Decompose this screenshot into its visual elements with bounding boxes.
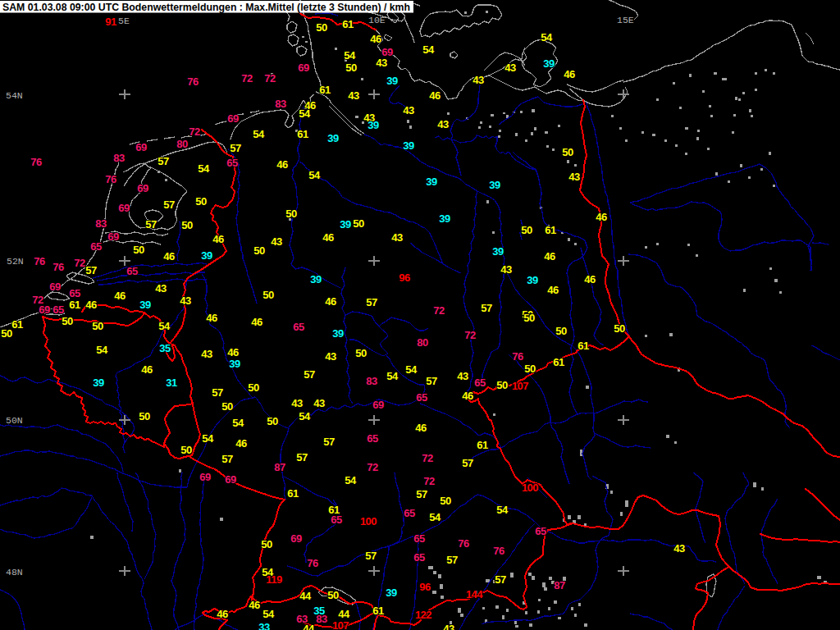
svg-text:50: 50 [353,217,364,230]
svg-text:65: 65 [413,532,425,545]
svg-text:54: 54 [429,511,441,523]
svg-text:57: 57 [158,155,169,167]
svg-text:50: 50 [285,208,297,220]
svg-text:44: 44 [303,623,315,630]
svg-text:39: 39 [527,274,538,286]
svg-text:91: 91 [105,16,116,28]
svg-text:31: 31 [166,377,177,389]
svg-text:39: 39 [201,249,212,262]
svg-text:83: 83 [95,217,107,230]
svg-text:69: 69 [137,182,148,194]
svg-text:122: 122 [415,609,431,621]
svg-text:46: 46 [544,250,555,262]
svg-text:46: 46 [251,316,262,328]
svg-text:144: 144 [466,588,483,600]
svg-text:76: 76 [187,75,199,88]
svg-text:54: 54 [202,432,214,445]
svg-text:50: 50 [221,400,233,413]
svg-text:72: 72 [74,257,85,269]
svg-text:46: 46 [235,437,247,450]
svg-text:10E: 10E [368,15,386,25]
svg-text:35: 35 [159,342,171,354]
svg-text:57: 57 [85,264,97,276]
svg-text:61: 61 [553,356,564,368]
svg-text:43: 43 [504,62,516,74]
svg-text:83: 83 [275,98,286,110]
svg-text:65: 65 [367,432,378,445]
svg-text:39: 39 [492,245,504,258]
svg-text:43: 43 [201,348,212,360]
svg-text:119: 119 [266,573,282,586]
svg-text:96: 96 [419,581,431,593]
svg-text:39: 39 [543,57,555,70]
svg-text:69: 69 [107,231,119,243]
svg-text:61: 61 [545,224,556,236]
svg-text:39: 39 [386,75,398,87]
svg-text:39: 39 [368,119,379,131]
svg-text:96: 96 [399,272,410,284]
svg-text:44: 44 [338,608,350,620]
svg-text:50: 50 [355,347,367,359]
svg-text:50: 50 [262,289,274,301]
svg-text:65: 65 [404,507,415,519]
svg-text:57: 57 [221,453,233,465]
svg-text:54: 54 [345,474,357,486]
svg-text:61: 61 [578,340,589,352]
svg-text:54: 54 [158,320,171,332]
svg-text:54: 54 [198,162,210,175]
svg-text:57: 57 [163,199,175,211]
svg-text:61: 61 [297,128,308,140]
svg-text:69: 69 [39,304,50,316]
svg-text:83: 83 [113,152,125,164]
svg-text:100: 100 [522,482,538,494]
svg-text:46: 46 [141,363,153,376]
svg-text:50: 50 [261,538,272,550]
svg-text:50: 50 [180,444,192,456]
svg-text:54: 54 [541,31,553,43]
svg-text:69: 69 [290,532,302,545]
svg-text:57: 57 [462,457,473,469]
svg-text:SAM 01.03.08 09:00 UTC Bodenw: SAM 01.03.08 09:00 UTC Bodenwettermeldun… [2,1,410,13]
svg-text:50: 50 [1,327,12,340]
svg-text:57: 57 [304,368,315,381]
svg-text:54: 54 [308,169,321,181]
svg-text:46: 46 [217,608,228,620]
svg-text:43: 43 [403,104,414,116]
svg-text:65: 65 [126,265,138,277]
svg-text:43: 43 [313,397,325,409]
svg-text:76: 76 [458,537,469,550]
svg-text:43: 43 [472,74,484,86]
svg-text:46: 46 [227,346,239,358]
svg-text:50: 50 [248,381,259,394]
svg-text:46: 46 [564,68,575,80]
svg-text:76: 76 [30,156,42,168]
svg-text:65: 65 [90,240,102,253]
svg-text:39: 39 [310,273,322,285]
svg-text:54: 54 [96,344,108,356]
svg-text:43: 43 [443,623,454,630]
svg-text:50: 50 [316,21,327,34]
svg-text:54: 54 [299,107,311,120]
svg-text:65: 65 [535,525,546,537]
svg-text:72: 72 [464,329,476,341]
svg-text:43: 43 [568,171,580,183]
svg-text:76: 76 [307,557,318,569]
svg-text:69: 69 [298,62,309,74]
svg-text:46: 46 [114,290,126,302]
svg-text:50: 50 [496,379,508,391]
svg-text:43: 43 [391,231,403,244]
svg-text:50: 50 [327,589,339,601]
svg-text:50: 50 [92,320,103,332]
svg-text:39: 39 [327,132,339,144]
svg-text:57: 57 [426,375,437,387]
svg-text:54: 54 [496,504,509,516]
svg-text:39: 39 [229,358,240,370]
svg-text:43: 43 [673,542,685,555]
svg-text:83: 83 [366,375,377,387]
svg-text:76: 76 [52,261,64,273]
svg-text:39: 39 [403,139,414,152]
svg-text:69: 69 [227,112,239,125]
svg-text:61: 61 [11,318,23,331]
svg-text:43: 43 [155,282,167,294]
svg-text:57: 57 [212,386,223,399]
